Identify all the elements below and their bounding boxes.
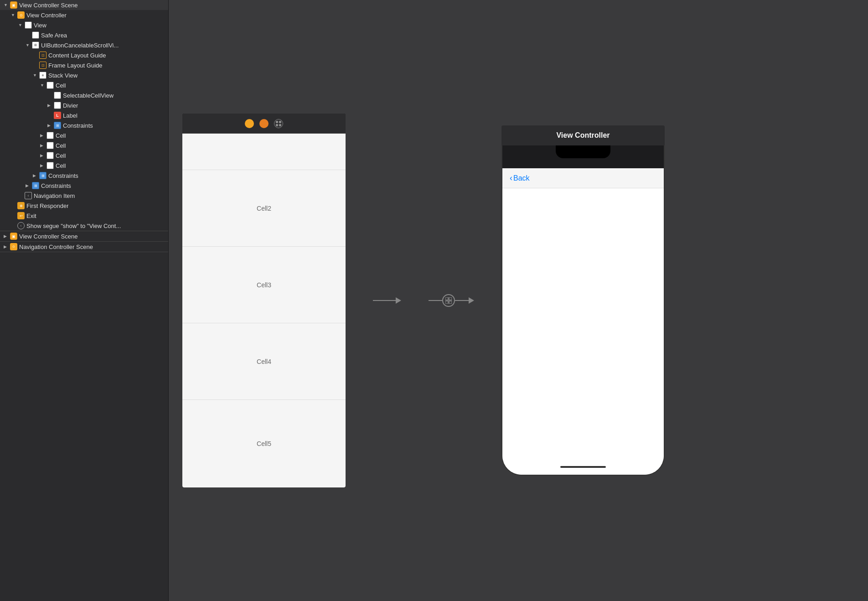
exit-label: Exit (26, 212, 36, 219)
toolbar-dot-orange (259, 119, 269, 128)
exit-item[interactable]: ↩ Exit (0, 211, 168, 221)
chevron-constraints3 (26, 183, 30, 188)
iphone-frame: ‹ Back (501, 145, 665, 476)
home-indicator (560, 466, 606, 468)
chevron-scene2 (4, 234, 8, 238)
scrollview-item[interactable]: ⊞ UIButtonCancelableScrollVi... (0, 40, 168, 50)
segue-item[interactable]: ‹ Show segue "show" to "View Cont... (0, 221, 168, 231)
constraints-view-item[interactable]: ⊞ Constraints (0, 181, 168, 191)
navitem-item[interactable]: ‹ Navigation Item (0, 191, 168, 201)
scene-icon-2: ▣ (10, 233, 17, 240)
chevron-cell3 (40, 143, 45, 148)
cell-row-1 (182, 134, 346, 170)
iphone-title-bar: View Controller (501, 125, 665, 145)
back-button[interactable]: ‹ Back (510, 173, 530, 183)
responder-item[interactable]: ⊕ First Responder (0, 201, 168, 211)
cell5-display: Cell5 (257, 440, 271, 447)
toolbar-dot-yellow (245, 119, 254, 128)
cell-row-3: Cell3 (182, 247, 346, 323)
layout-icon-1: ⊡ (39, 52, 46, 59)
arrow-line-1 (373, 297, 401, 304)
selectablecell-label: SelectableCellView (63, 92, 114, 99)
vc1-mockup: Cell2 Cell3 Cell4 Cell5 (182, 114, 346, 487)
scene-group-3: ⊙ Navigation Controller Scene (0, 242, 168, 252)
chevron-constraints2 (33, 173, 37, 178)
divier-item[interactable]: Divier (0, 100, 168, 110)
iphone-content (502, 188, 664, 462)
scene-item-2[interactable]: ▣ View Controller Scene (0, 231, 168, 241)
cell-icon-4 (46, 152, 54, 159)
cell5-label: Cell (56, 162, 66, 169)
contentlayout-label: Content Layout Guide (48, 52, 106, 59)
iphone-top-bar (502, 145, 664, 168)
cell5-item[interactable]: Cell (0, 161, 168, 171)
cell-icon-2 (46, 132, 54, 139)
cell3-item[interactable]: Cell (0, 140, 168, 150)
svg-rect-7 (449, 301, 452, 304)
selectablecell-item[interactable]: SelectableCellView (0, 90, 168, 100)
view-icon (25, 21, 32, 29)
navcontroller-icon: ⊙ (10, 243, 17, 250)
sidebar: ▣ View Controller Scene ⊙ View Controlle… (0, 0, 169, 601)
constraints-stack-item[interactable]: ⊞ Constraints (0, 171, 168, 181)
constraints-icon-2: ⊞ (39, 172, 46, 179)
scene-item-3[interactable]: ⊙ Navigation Controller Scene (0, 242, 168, 252)
constraints-cell-item[interactable]: ⊞ Constraints (0, 120, 168, 130)
chevron-vc (11, 13, 16, 17)
scene-group-1: ▣ View Controller Scene ⊙ View Controlle… (0, 0, 168, 231)
selectablecell-icon (54, 92, 61, 99)
stackview-item[interactable]: ≡ Stack View (0, 70, 168, 80)
scene-group-2: ▣ View Controller Scene (0, 231, 168, 242)
contentlayout-item[interactable]: ⊡ Content Layout Guide (0, 50, 168, 60)
vc-item[interactable]: ⊙ View Controller (0, 10, 168, 20)
divier-label: Divier (63, 102, 78, 109)
cell3-label: Cell (56, 142, 66, 149)
phone-content-1: Cell2 Cell3 Cell4 Cell5 (182, 134, 346, 487)
navitem-icon: ‹ (25, 192, 32, 199)
chevron-view (18, 23, 23, 27)
cell-row-4: Cell4 (182, 323, 346, 400)
framelayout-label: Frame Layout Guide (48, 62, 103, 69)
scene3-label: Navigation Controller Scene (19, 244, 93, 250)
cell2-item[interactable]: Cell (0, 130, 168, 140)
safearea-item[interactable]: ⊡ Safe Area (0, 30, 168, 40)
cell2-label: Cell (56, 132, 66, 139)
arrow-shaft-1 (373, 300, 396, 301)
stack-icon: ≡ (39, 72, 46, 79)
vc-icon: ⊙ (17, 11, 25, 19)
back-label: Back (513, 174, 530, 182)
constraints2-label: Constraints (48, 172, 78, 179)
main-canvas: Cell2 Cell3 Cell4 Cell5 (169, 0, 868, 601)
layout-icon-2: ⊡ (39, 62, 46, 69)
safearea-icon: ⊡ (32, 31, 39, 39)
arrow-2 (429, 294, 474, 307)
safearea-label: Safe Area (41, 32, 67, 39)
cell-expanded-item[interactable]: Cell (0, 80, 168, 90)
svg-rect-5 (449, 297, 452, 300)
cell-icon-1 (46, 82, 54, 89)
exit-icon: ↩ (17, 212, 25, 219)
arrow-head-1 (396, 297, 401, 304)
chevron-cell1 (40, 83, 45, 88)
framelayout-item[interactable]: ⊡ Frame Layout Guide (0, 60, 168, 70)
cell4-label: Cell (56, 152, 66, 159)
svg-rect-4 (445, 297, 448, 300)
label-item[interactable]: L Label (0, 110, 168, 120)
segue-icon: ‹ (17, 222, 25, 229)
toolbar-dot-grid (274, 119, 283, 128)
constraints3-label: Constraints (41, 182, 71, 189)
cell4-display: Cell4 (257, 358, 271, 365)
constraints1-label: Constraints (63, 122, 93, 129)
cell4-item[interactable]: Cell (0, 150, 168, 161)
chevron-cell5 (40, 163, 45, 168)
scene-item-1[interactable]: ▣ View Controller Scene (0, 0, 168, 10)
svg-rect-6 (445, 301, 448, 304)
chevron-cell4 (40, 153, 45, 158)
cell1-label: Cell (56, 82, 66, 89)
view-item[interactable]: View (0, 20, 168, 30)
cell-icon-5 (46, 162, 54, 169)
iphone-bottom-bar (502, 462, 664, 475)
cell-row-5: Cell5 (182, 400, 346, 487)
iphone-notch (556, 145, 610, 158)
phone-toolbar (182, 114, 346, 134)
